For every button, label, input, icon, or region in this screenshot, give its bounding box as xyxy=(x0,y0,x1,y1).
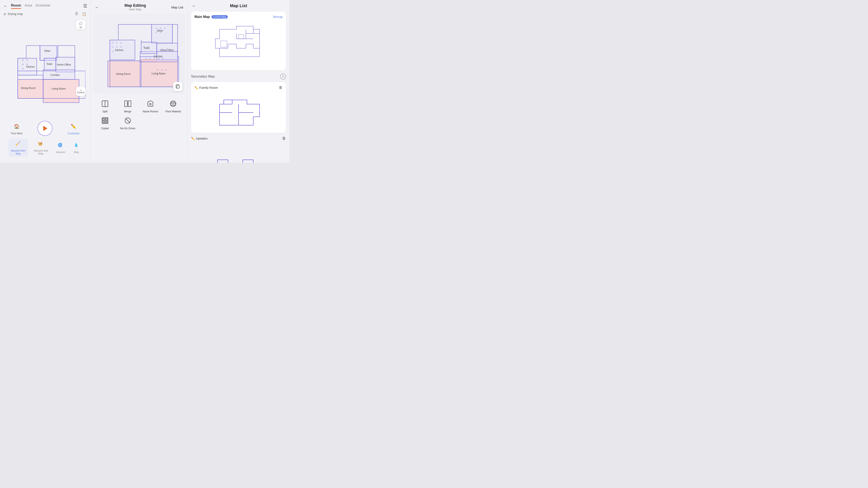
svg-text:🌀: 🌀 xyxy=(58,143,63,148)
svg-rect-50 xyxy=(162,58,163,59)
upstairs-edit-icon[interactable]: ✏️ xyxy=(191,137,195,140)
edit-tools: Split Merge Name Rooms xyxy=(91,95,187,133)
right-title: Map List xyxy=(199,3,278,8)
add-icon: + xyxy=(282,74,284,79)
remap-link[interactable]: Remap xyxy=(273,15,283,19)
split-label: Split xyxy=(102,110,107,113)
tab-room[interactable]: Room xyxy=(11,3,21,8)
mode-mop[interactable]: 💧 Mop xyxy=(71,140,82,155)
upstairs-delete-button[interactable]: 🗑 xyxy=(282,136,286,140)
tool-carpet[interactable]: Carpet xyxy=(95,116,115,130)
svg-rect-86 xyxy=(239,35,244,39)
map-editing-heading: Map Editing xyxy=(124,3,146,8)
freo-row: 🏠 Freo Mind ✏️ Customize xyxy=(7,121,84,136)
svg-text:Kitchen: Kitchen xyxy=(115,49,124,52)
svg-text:Home Office: Home Office xyxy=(57,63,71,66)
svg-text:Other: Other xyxy=(157,29,163,32)
map-editing-subtitle: Main Map xyxy=(124,8,146,11)
bottom-controls: 🏠 Freo Mind ✏️ Customize 🧹 Vacuum thenMo… xyxy=(3,119,87,159)
mode-vacuum-and-mop[interactable]: 🧺 Vacuum andMop xyxy=(31,138,51,157)
vacuum-and-mop-label: Vacuum andMop xyxy=(34,149,48,155)
upstairs-name: ✏️ Upstairs xyxy=(191,137,208,140)
name-rooms-label: Name Rooms xyxy=(143,110,158,113)
svg-rect-34 xyxy=(116,46,118,47)
save-icon[interactable]: 🗄 xyxy=(73,11,80,17)
play-icon xyxy=(43,126,48,131)
split-icon xyxy=(100,99,110,109)
tab-area[interactable]: Area xyxy=(25,3,32,8)
freo-mind-icon: 🏠 xyxy=(12,122,21,131)
upstairs-section: ✏️ Upstairs 🗑 xyxy=(191,136,286,163)
upstairs-preview xyxy=(191,144,286,163)
tool-floor-material[interactable]: Floor Material xyxy=(163,99,183,113)
freo-mind-label: Freo Mind xyxy=(11,132,22,135)
svg-rect-30 xyxy=(112,42,114,44)
family-room-delete-button[interactable]: 🗑 xyxy=(279,85,283,90)
middle-header: ← Map Editing Main Map Map List xyxy=(91,0,187,12)
expand-chevron-icon: ∧ xyxy=(80,89,82,91)
svg-text:Dining Room: Dining Room xyxy=(116,72,131,75)
svg-text:Living Room: Living Room xyxy=(152,72,165,75)
svg-text:Toilet: Toilet xyxy=(46,63,53,66)
svg-line-83 xyxy=(126,119,130,123)
svg-rect-8 xyxy=(26,59,28,61)
copy-map-button[interactable] xyxy=(173,82,182,91)
map-editing-title: Map Editing Main Map xyxy=(124,3,146,11)
tool-split[interactable]: Split xyxy=(95,99,115,113)
svg-text:Dining Room: Dining Room xyxy=(21,87,35,90)
back-button[interactable]: ← xyxy=(3,4,8,8)
name-rooms-icon xyxy=(145,99,155,109)
mode-selector: 🧹 Vacuum thenMop 🧺 Vacuum andMop 🌀 xyxy=(7,138,84,157)
info-icon[interactable]: 📋 xyxy=(81,11,87,17)
middle-back-button[interactable]: ← xyxy=(95,5,99,10)
svg-rect-51 xyxy=(157,69,158,71)
mode-vacuum-then-mop[interactable]: 🧹 Vacuum thenMop xyxy=(8,138,28,157)
tool-name-rooms[interactable]: Name Rooms xyxy=(141,99,161,113)
tab-schedule[interactable]: Schedule xyxy=(35,3,51,8)
left-map-container: ⬡ 3D xyxy=(3,19,87,119)
drying-mop-icon: ⊛ xyxy=(3,12,6,16)
svg-rect-9 xyxy=(22,63,24,65)
main-map-header: Main Map Current Map Remap xyxy=(194,15,283,19)
svg-text:Corridor: Corridor xyxy=(51,73,60,76)
family-room-edit-icon[interactable]: ✏️ xyxy=(194,86,198,89)
vacuum-then-mop-label: Vacuum thenMop xyxy=(11,149,26,155)
expand-button[interactable]: ∧ Expand xyxy=(76,87,85,96)
svg-rect-80 xyxy=(103,121,104,123)
svg-text:💧: 💧 xyxy=(74,143,79,148)
freo-mind-button[interactable]: 🏠 Freo Mind xyxy=(11,122,22,135)
left-panel: ← Room Area Schedule ☰ ⊛ Drying mop 🗄 📋 … xyxy=(0,0,91,163)
svg-rect-46 xyxy=(145,58,147,59)
svg-rect-69 xyxy=(128,101,131,107)
floor-material-icon xyxy=(168,99,178,109)
right-panel: ← Map List Main Map Current Map Remap xyxy=(188,0,289,163)
svg-text:Home Office: Home Office xyxy=(160,49,174,52)
mode-vacuum[interactable]: 🌀 Vacuum xyxy=(54,140,68,155)
main-map-label: Main Map xyxy=(194,15,210,19)
family-room-header: ✏️ Family Room 🗑 xyxy=(194,85,283,90)
tool-merge[interactable]: Merge xyxy=(118,99,138,113)
nogo-zones-label: No-Go Zones xyxy=(120,127,135,130)
svg-text:Toilet: Toilet xyxy=(144,46,150,50)
right-back-button[interactable]: ← xyxy=(192,3,196,8)
vacuum-and-mop-icon: 🧺 xyxy=(37,140,44,148)
tool-nogo-zones[interactable]: No-Go Zones xyxy=(118,116,138,130)
svg-rect-32 xyxy=(120,42,122,44)
svg-text:Living Room: Living Room xyxy=(52,87,66,90)
merge-icon xyxy=(123,99,133,109)
btn-3d[interactable]: ⬡ 3D xyxy=(76,20,85,30)
svg-rect-47 xyxy=(150,58,151,59)
customize-button[interactable]: ✏️ Customize xyxy=(67,122,80,135)
middle-map-area: Kitchen Other Home Office Toilet Corrido… xyxy=(93,13,185,94)
menu-icon[interactable]: ☰ xyxy=(83,3,87,8)
svg-text:Kitchen: Kitchen xyxy=(26,65,35,68)
map-list-button[interactable]: Map List xyxy=(171,5,183,9)
vacuum-then-mop-icon: 🧹 xyxy=(15,140,21,148)
add-map-button[interactable]: + xyxy=(280,73,286,79)
secondary-map-label: Secondary Map xyxy=(191,75,215,78)
family-room-section: ✏️ Family Room 🗑 xyxy=(191,82,286,133)
family-room-item: ✏️ Family Room 🗑 xyxy=(191,82,286,133)
cube-icon: ⬡ xyxy=(79,21,83,26)
play-button[interactable] xyxy=(37,121,53,136)
svg-rect-37 xyxy=(156,27,157,29)
